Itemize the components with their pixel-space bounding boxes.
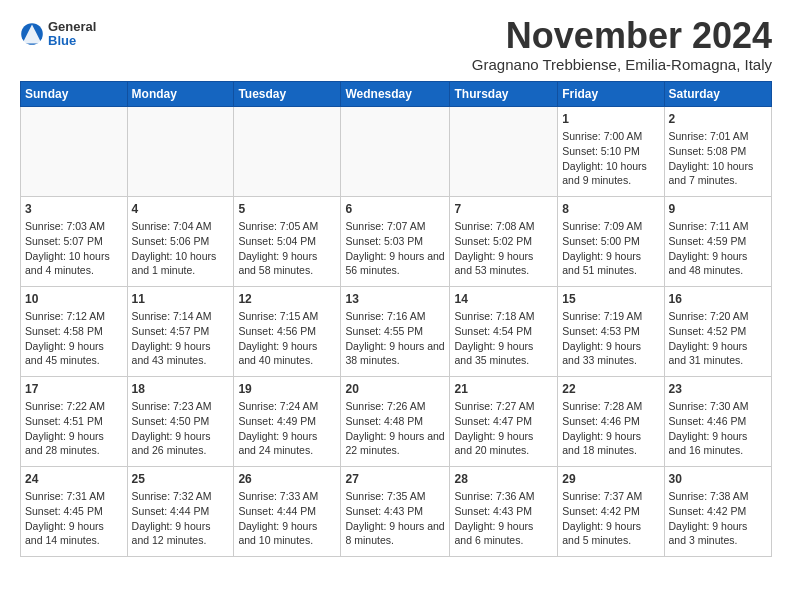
calendar-cell bbox=[234, 106, 341, 196]
weekday-header-wednesday: Wednesday bbox=[341, 81, 450, 106]
weekday-header-friday: Friday bbox=[558, 81, 664, 106]
calendar-week-4: 17Sunrise: 7:22 AMSunset: 4:51 PMDayligh… bbox=[21, 376, 772, 466]
day-info: Daylight: 9 hours and 20 minutes. bbox=[454, 429, 553, 458]
day-number: 10 bbox=[25, 291, 123, 308]
day-info: Sunrise: 7:00 AM bbox=[562, 129, 659, 144]
day-info: Sunset: 4:55 PM bbox=[345, 324, 445, 339]
day-number: 1 bbox=[562, 111, 659, 128]
day-info: Sunrise: 7:27 AM bbox=[454, 399, 553, 414]
calendar-body: 1Sunrise: 7:00 AMSunset: 5:10 PMDaylight… bbox=[21, 106, 772, 556]
day-info: Sunrise: 7:14 AM bbox=[132, 309, 230, 324]
day-info: Sunrise: 7:09 AM bbox=[562, 219, 659, 234]
day-number: 9 bbox=[669, 201, 767, 218]
calendar-cell: 24Sunrise: 7:31 AMSunset: 4:45 PMDayligh… bbox=[21, 466, 128, 556]
calendar-cell: 22Sunrise: 7:28 AMSunset: 4:46 PMDayligh… bbox=[558, 376, 664, 466]
day-info: Sunset: 5:06 PM bbox=[132, 234, 230, 249]
day-info: Sunset: 4:44 PM bbox=[132, 504, 230, 519]
day-info: Sunrise: 7:19 AM bbox=[562, 309, 659, 324]
day-number: 4 bbox=[132, 201, 230, 218]
day-info: Sunrise: 7:28 AM bbox=[562, 399, 659, 414]
day-number: 29 bbox=[562, 471, 659, 488]
day-number: 5 bbox=[238, 201, 336, 218]
day-info: Sunset: 5:03 PM bbox=[345, 234, 445, 249]
logo: General Blue bbox=[20, 20, 96, 49]
day-info: Daylight: 9 hours and 53 minutes. bbox=[454, 249, 553, 278]
day-info: Sunset: 5:08 PM bbox=[669, 144, 767, 159]
day-number: 27 bbox=[345, 471, 445, 488]
day-info: Sunset: 4:47 PM bbox=[454, 414, 553, 429]
day-info: Sunrise: 7:18 AM bbox=[454, 309, 553, 324]
calendar-cell: 13Sunrise: 7:16 AMSunset: 4:55 PMDayligh… bbox=[341, 286, 450, 376]
location-subtitle: Gragnano Trebbiense, Emilia-Romagna, Ita… bbox=[472, 56, 772, 73]
day-info: Sunset: 4:43 PM bbox=[345, 504, 445, 519]
calendar-cell: 3Sunrise: 7:03 AMSunset: 5:07 PMDaylight… bbox=[21, 196, 128, 286]
day-number: 30 bbox=[669, 471, 767, 488]
day-info: Sunrise: 7:30 AM bbox=[669, 399, 767, 414]
day-info: Sunrise: 7:15 AM bbox=[238, 309, 336, 324]
day-info: Sunset: 4:57 PM bbox=[132, 324, 230, 339]
calendar-cell: 4Sunrise: 7:04 AMSunset: 5:06 PMDaylight… bbox=[127, 196, 234, 286]
header: General Blue November 2024 Gragnano Treb… bbox=[20, 16, 772, 73]
day-number: 24 bbox=[25, 471, 123, 488]
calendar-week-2: 3Sunrise: 7:03 AMSunset: 5:07 PMDaylight… bbox=[21, 196, 772, 286]
day-info: Daylight: 9 hours and 40 minutes. bbox=[238, 339, 336, 368]
day-info: Sunrise: 7:05 AM bbox=[238, 219, 336, 234]
day-info: Sunrise: 7:07 AM bbox=[345, 219, 445, 234]
day-number: 22 bbox=[562, 381, 659, 398]
day-info: Daylight: 9 hours and 26 minutes. bbox=[132, 429, 230, 458]
day-number: 18 bbox=[132, 381, 230, 398]
day-number: 12 bbox=[238, 291, 336, 308]
day-info: Daylight: 9 hours and 18 minutes. bbox=[562, 429, 659, 458]
day-info: Daylight: 9 hours and 45 minutes. bbox=[25, 339, 123, 368]
calendar-cell bbox=[450, 106, 558, 196]
weekday-header-monday: Monday bbox=[127, 81, 234, 106]
calendar-cell: 11Sunrise: 7:14 AMSunset: 4:57 PMDayligh… bbox=[127, 286, 234, 376]
calendar-cell: 10Sunrise: 7:12 AMSunset: 4:58 PMDayligh… bbox=[21, 286, 128, 376]
day-number: 23 bbox=[669, 381, 767, 398]
logo-icon bbox=[20, 22, 44, 46]
day-number: 15 bbox=[562, 291, 659, 308]
day-info: Sunset: 4:49 PM bbox=[238, 414, 336, 429]
weekday-header-saturday: Saturday bbox=[664, 81, 771, 106]
day-info: Daylight: 10 hours and 7 minutes. bbox=[669, 159, 767, 188]
calendar-cell: 2Sunrise: 7:01 AMSunset: 5:08 PMDaylight… bbox=[664, 106, 771, 196]
calendar-cell: 25Sunrise: 7:32 AMSunset: 4:44 PMDayligh… bbox=[127, 466, 234, 556]
day-info: Sunset: 4:44 PM bbox=[238, 504, 336, 519]
day-info: Sunrise: 7:20 AM bbox=[669, 309, 767, 324]
day-info: Sunrise: 7:01 AM bbox=[669, 129, 767, 144]
calendar-cell: 17Sunrise: 7:22 AMSunset: 4:51 PMDayligh… bbox=[21, 376, 128, 466]
calendar-cell: 20Sunrise: 7:26 AMSunset: 4:48 PMDayligh… bbox=[341, 376, 450, 466]
day-info: Sunset: 4:42 PM bbox=[669, 504, 767, 519]
day-number: 8 bbox=[562, 201, 659, 218]
day-info: Daylight: 9 hours and 8 minutes. bbox=[345, 519, 445, 548]
day-number: 25 bbox=[132, 471, 230, 488]
day-number: 3 bbox=[25, 201, 123, 218]
calendar-week-5: 24Sunrise: 7:31 AMSunset: 4:45 PMDayligh… bbox=[21, 466, 772, 556]
day-info: Daylight: 9 hours and 5 minutes. bbox=[562, 519, 659, 548]
day-info: Sunset: 5:04 PM bbox=[238, 234, 336, 249]
calendar-cell: 5Sunrise: 7:05 AMSunset: 5:04 PMDaylight… bbox=[234, 196, 341, 286]
day-info: Daylight: 10 hours and 1 minute. bbox=[132, 249, 230, 278]
day-info: Sunset: 4:48 PM bbox=[345, 414, 445, 429]
day-info: Daylight: 9 hours and 43 minutes. bbox=[132, 339, 230, 368]
day-info: Sunset: 4:51 PM bbox=[25, 414, 123, 429]
day-number: 19 bbox=[238, 381, 336, 398]
calendar-cell: 9Sunrise: 7:11 AMSunset: 4:59 PMDaylight… bbox=[664, 196, 771, 286]
day-info: Daylight: 9 hours and 48 minutes. bbox=[669, 249, 767, 278]
calendar-header: SundayMondayTuesdayWednesdayThursdayFrid… bbox=[21, 81, 772, 106]
day-info: Sunset: 5:10 PM bbox=[562, 144, 659, 159]
day-info: Sunrise: 7:23 AM bbox=[132, 399, 230, 414]
day-info: Sunrise: 7:11 AM bbox=[669, 219, 767, 234]
day-info: Sunrise: 7:12 AM bbox=[25, 309, 123, 324]
day-info: Sunrise: 7:22 AM bbox=[25, 399, 123, 414]
day-info: Sunrise: 7:37 AM bbox=[562, 489, 659, 504]
day-number: 11 bbox=[132, 291, 230, 308]
day-info: Daylight: 9 hours and 6 minutes. bbox=[454, 519, 553, 548]
weekday-header-tuesday: Tuesday bbox=[234, 81, 341, 106]
day-info: Sunset: 4:46 PM bbox=[562, 414, 659, 429]
logo-text: General Blue bbox=[48, 20, 96, 49]
calendar-cell: 1Sunrise: 7:00 AMSunset: 5:10 PMDaylight… bbox=[558, 106, 664, 196]
day-info: Daylight: 9 hours and 12 minutes. bbox=[132, 519, 230, 548]
day-info: Daylight: 9 hours and 31 minutes. bbox=[669, 339, 767, 368]
logo-general-text: General bbox=[48, 20, 96, 34]
